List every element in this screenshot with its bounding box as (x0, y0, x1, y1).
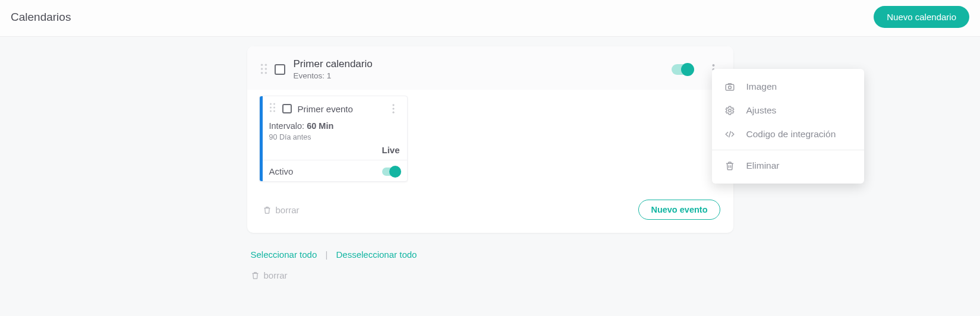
svg-point-4 (260, 71, 263, 74)
calendar-events-count: Eventos: 1 (294, 71, 672, 80)
svg-point-2 (260, 68, 263, 70)
menu-item-label: Ajustes (746, 105, 777, 116)
event-checkbox[interactable] (282, 104, 292, 113)
camera-icon (724, 81, 736, 93)
calendar-active-toggle[interactable] (672, 64, 693, 75)
event-name[interactable]: Primer evento (298, 104, 387, 114)
new-event-button[interactable]: Nuevo evento (638, 200, 720, 220)
event-interval: Intervalo: 60 Min (269, 121, 400, 131)
svg-point-3 (264, 68, 267, 70)
gear-icon (724, 105, 736, 116)
code-icon (724, 128, 736, 140)
svg-point-15 (273, 107, 275, 109)
svg-point-18 (392, 104, 394, 106)
trash-icon (263, 205, 272, 214)
svg-point-16 (270, 110, 272, 112)
delete-all-button[interactable]: borrar (251, 270, 733, 280)
menu-item-eliminar[interactable]: Eliminar (712, 154, 864, 178)
svg-point-14 (270, 107, 272, 109)
svg-point-20 (392, 112, 394, 113)
svg-point-19 (392, 108, 394, 109)
svg-point-10 (728, 86, 731, 89)
svg-point-6 (713, 64, 715, 67)
separator: | (325, 249, 327, 260)
calendar-checkbox[interactable] (275, 64, 285, 75)
menu-item-imagen[interactable]: Imagen (712, 75, 864, 99)
svg-point-1 (264, 64, 267, 66)
svg-point-12 (270, 103, 272, 105)
menu-item-ajustes[interactable]: Ajustes (712, 99, 864, 122)
svg-point-11 (728, 109, 731, 112)
menu-item-codigo[interactable]: Codigo de integración (712, 122, 864, 146)
event-before: 90 Día antes (269, 133, 400, 141)
drag-handle-icon[interactable] (260, 64, 269, 75)
svg-point-17 (273, 110, 275, 112)
calendar-header: Primer calendario Eventos: 1 (247, 46, 733, 90)
event-active-toggle[interactable] (382, 168, 400, 176)
calendar-dropdown-menu: Imagen Ajustes (712, 69, 864, 184)
event-menu-button[interactable] (387, 102, 400, 115)
select-all-link[interactable]: Seleccionar todo (251, 249, 317, 260)
svg-point-13 (273, 103, 275, 105)
svg-point-0 (260, 64, 263, 66)
menu-item-label: Codigo de integración (746, 129, 836, 140)
drag-handle-icon[interactable] (269, 103, 278, 115)
delete-selected-button[interactable]: borrar (263, 205, 300, 215)
menu-item-label: Imagen (746, 81, 777, 92)
page-title: Calendarios (11, 11, 71, 24)
deselect-all-link[interactable]: Desseleccionar todo (336, 249, 417, 260)
menu-item-label: Eliminar (746, 160, 780, 171)
event-active-label: Activo (269, 166, 294, 176)
event-live-badge: Live (269, 145, 400, 160)
svg-rect-9 (726, 84, 734, 90)
event-card: Primer evento Intervalo: 60 Min 90 Día a… (259, 96, 408, 182)
trash-icon (724, 160, 736, 172)
event-accent-bar (260, 96, 263, 181)
calendar-name[interactable]: Primer calendario (294, 58, 672, 70)
new-calendar-button[interactable]: Nuevo calendario (874, 6, 969, 28)
trash-icon (251, 271, 260, 280)
calendar-card: Primer calendario Eventos: 1 (247, 46, 733, 233)
svg-point-5 (264, 71, 267, 74)
